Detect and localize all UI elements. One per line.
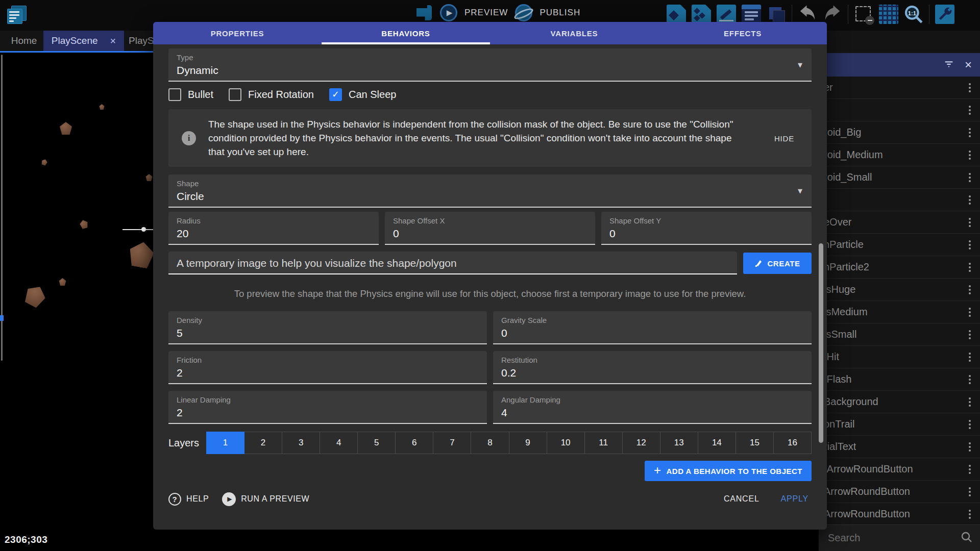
selection-mask-icon[interactable] xyxy=(854,5,873,24)
object-list-item[interactable]: isSmall xyxy=(819,323,980,346)
grid-icon[interactable] xyxy=(879,5,898,24)
object-list-item[interactable]: eOver xyxy=(819,211,980,234)
filter-icon[interactable] xyxy=(943,58,954,71)
edit-scene-icon[interactable] xyxy=(717,5,736,24)
panel-close-icon[interactable]: × xyxy=(965,59,972,71)
dialog-scrollbar[interactable] xyxy=(819,243,823,443)
undo-icon[interactable] xyxy=(798,5,817,24)
layer-option-5[interactable]: 5 xyxy=(358,432,396,454)
debugger-wrench-icon[interactable] xyxy=(935,5,954,24)
asteroid-sprite[interactable] xyxy=(79,219,89,230)
checkbox-checked-icon[interactable]: ✓ xyxy=(329,88,342,101)
layer-option-2[interactable]: 2 xyxy=(244,432,282,454)
more-vert-icon[interactable] xyxy=(967,104,973,117)
checkbox-unchecked-icon[interactable] xyxy=(229,88,241,101)
temporary-image-field[interactable]: A temporary image to help you visualize … xyxy=(168,252,737,274)
checkbox-bullet[interactable]: Bullet xyxy=(168,88,213,101)
tab-close-icon[interactable]: × xyxy=(110,35,116,47)
object-list-item[interactable]: Background xyxy=(819,391,980,413)
object-list-item[interactable]: roid_Small xyxy=(819,166,980,189)
zoom-1-1-icon[interactable]: 1:1 xyxy=(904,5,923,24)
object-list-item[interactable]: isMedium xyxy=(819,301,980,323)
add-object-icon[interactable] xyxy=(667,5,686,24)
layer-option-7[interactable]: 7 xyxy=(433,432,471,454)
asteroid-sprite[interactable] xyxy=(21,282,50,310)
object-list-item[interactable]: tHit xyxy=(819,346,980,368)
layer-option-12[interactable]: 12 xyxy=(623,432,660,454)
more-vert-icon[interactable] xyxy=(967,126,973,139)
project-manager-icon[interactable] xyxy=(7,6,28,25)
type-select[interactable]: Type Dynamic ▾ xyxy=(168,48,812,82)
radius-field[interactable]: Radius 20 xyxy=(168,212,379,245)
layer-option-14[interactable]: 14 xyxy=(698,432,736,454)
events-sheet-icon[interactable] xyxy=(742,5,761,24)
more-vert-icon[interactable] xyxy=(967,261,973,274)
asteroid-sprite[interactable] xyxy=(99,104,105,110)
more-vert-icon[interactable] xyxy=(967,171,973,184)
object-list-item[interactable]: isHuge xyxy=(819,279,980,301)
redo-icon[interactable] xyxy=(823,5,842,24)
object-list-item[interactable]: tFlash xyxy=(819,368,980,391)
tab-playscene[interactable]: PlayScene × xyxy=(43,31,124,51)
object-list-item[interactable]: tArrowRoundButton xyxy=(819,458,980,481)
help-button[interactable]: ? HELP xyxy=(168,493,209,506)
object-list-item[interactable]: ArrowRoundButton xyxy=(819,503,980,524)
object-list-item[interactable]: hParticle xyxy=(819,234,980,256)
checkbox-fixed-rotation[interactable]: Fixed Rotation xyxy=(229,88,314,101)
more-vert-icon[interactable] xyxy=(967,283,973,296)
layer-option-11[interactable]: 11 xyxy=(585,432,623,454)
more-vert-icon[interactable] xyxy=(967,440,973,454)
dialog-tab-variables[interactable]: VARIABLES xyxy=(490,22,658,44)
more-vert-icon[interactable] xyxy=(967,350,973,364)
object-list-item[interactable]: rialText xyxy=(819,436,980,458)
selection-marker-dot[interactable] xyxy=(141,227,146,232)
more-vert-icon[interactable] xyxy=(967,418,973,431)
publish-button[interactable]: PUBLISH xyxy=(540,8,580,18)
canvas-scrollbar[interactable] xyxy=(1,55,3,361)
more-vert-icon[interactable] xyxy=(967,508,973,521)
layer-option-16[interactable]: 16 xyxy=(774,432,812,454)
density-field[interactable]: Density 5 xyxy=(168,311,487,344)
asteroid-sprite[interactable] xyxy=(59,278,66,286)
object-list-item[interactable] xyxy=(819,189,980,211)
search-input[interactable]: Search xyxy=(828,532,860,544)
add-behavior-button[interactable]: + ADD A BEHAVIOR TO THE OBJECT xyxy=(645,461,812,481)
dialog-tab-behaviors[interactable]: BEHAVIORS xyxy=(322,22,490,44)
layer-option-13[interactable]: 13 xyxy=(660,432,698,454)
layer-option-8[interactable]: 8 xyxy=(471,432,509,454)
tab-home[interactable]: Home xyxy=(6,31,42,51)
object-list-item[interactable]: ArrowRoundButton xyxy=(819,481,980,503)
more-vert-icon[interactable] xyxy=(967,238,973,252)
layers-icon[interactable] xyxy=(767,5,786,24)
object-list-item[interactable]: t xyxy=(819,99,980,121)
preview-play-icon[interactable]: ▶ xyxy=(440,4,457,21)
checkbox-can-sleep[interactable]: ✓Can Sleep xyxy=(329,88,396,101)
dialog-tab-effects[interactable]: EFFECTS xyxy=(658,22,827,44)
layer-option-4[interactable]: 4 xyxy=(320,432,358,454)
more-vert-icon[interactable] xyxy=(967,81,973,94)
shape-select[interactable]: Shape Circle ▾ xyxy=(168,174,812,208)
more-vert-icon[interactable] xyxy=(967,395,973,409)
dialog-tab-properties[interactable]: PROPERTIES xyxy=(153,22,322,44)
more-vert-icon[interactable] xyxy=(967,463,973,476)
more-vert-icon[interactable] xyxy=(967,373,973,386)
asteroid-sprite[interactable] xyxy=(40,158,48,166)
object-list-item[interactable]: roid_Big xyxy=(819,121,980,144)
more-vert-icon[interactable] xyxy=(967,306,973,319)
object-list-item[interactable]: roid_Medium xyxy=(819,144,980,166)
objects-search-bar[interactable]: Search xyxy=(819,524,980,551)
layer-option-3[interactable]: 3 xyxy=(282,432,320,454)
hide-button[interactable]: HIDE xyxy=(774,134,794,142)
apply-button[interactable]: APPLY xyxy=(781,494,808,504)
object-list-item[interactable]: er xyxy=(819,77,980,99)
layer-option-15[interactable]: 15 xyxy=(736,432,774,454)
restitution-field[interactable]: Restitution 0.2 xyxy=(493,351,812,384)
layer-option-6[interactable]: 6 xyxy=(396,432,433,454)
layer-option-9[interactable]: 9 xyxy=(509,432,547,454)
more-vert-icon[interactable] xyxy=(967,148,973,162)
object-list-item[interactable]: onTrail xyxy=(819,413,980,436)
cancel-button[interactable]: CANCEL xyxy=(724,494,760,504)
preview-button[interactable]: PREVIEW xyxy=(464,8,508,18)
asteroid-sprite[interactable] xyxy=(145,174,153,181)
layer-option-1[interactable]: 1 xyxy=(206,432,244,454)
